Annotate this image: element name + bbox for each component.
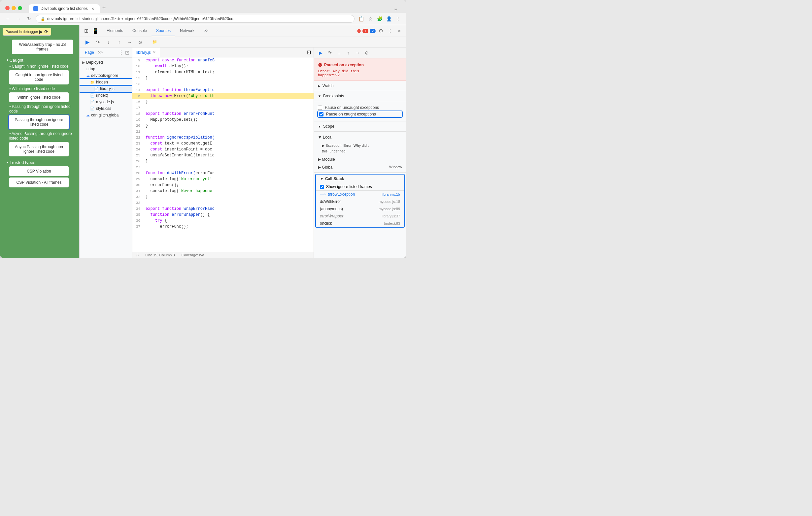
pause-uncaught-checkbox[interactable] bbox=[318, 105, 322, 110]
tab-elements[interactable]: Elements bbox=[102, 26, 128, 36]
csp-violation-all-btn[interactable]: CSP Violation - All frames bbox=[9, 178, 69, 187]
watch-section-toggle[interactable]: ▶ Watch bbox=[314, 81, 406, 91]
callstack-item-1[interactable]: doWithError mycode.js:18 bbox=[316, 198, 404, 205]
local-scope-header[interactable]: ▼ Local bbox=[314, 133, 406, 142]
resume-button[interactable]: ▶ bbox=[84, 38, 91, 46]
error-count: 1 bbox=[362, 29, 368, 33]
global-scope-header[interactable]: ▶ Global bbox=[318, 165, 334, 170]
tab-more[interactable]: >> bbox=[199, 26, 213, 36]
tab-console[interactable]: Console bbox=[128, 26, 151, 36]
code-line-11: 11 element.innerHTML = text; bbox=[133, 69, 314, 75]
back-button[interactable]: ← bbox=[4, 15, 12, 23]
maximize-button[interactable] bbox=[18, 6, 22, 10]
story-btn-1[interactable]: Within ignore listed code bbox=[9, 92, 69, 102]
callstack-item-2[interactable]: (anonymous) mycode.js:89 bbox=[316, 205, 404, 212]
more-tabs-icon[interactable]: >> bbox=[97, 49, 104, 56]
this-scope-item: this: undefined bbox=[322, 149, 402, 154]
tree-item-index[interactable]: 📄 (index) bbox=[80, 92, 132, 99]
bookmark-button[interactable]: 📋 bbox=[357, 15, 365, 23]
window-menu-icon[interactable]: ⌄ bbox=[393, 5, 401, 12]
reload-button[interactable]: ↻ bbox=[25, 15, 33, 23]
tree-item-style-css[interactable]: 📄 style.css bbox=[80, 105, 132, 112]
coverage-status: Coverage: n/a bbox=[181, 253, 204, 257]
scope-section-toggle[interactable]: ▼ Scope bbox=[314, 121, 406, 132]
file-tree-tabs: Page >> ⋮ ⊡ bbox=[80, 48, 132, 58]
cloud-icon: ☁ bbox=[86, 73, 90, 78]
code-line-20: 20 } bbox=[133, 123, 314, 129]
tree-item-mycode-js[interactable]: 📄 mycode.js bbox=[80, 99, 132, 105]
star-button[interactable]: ☆ bbox=[367, 15, 374, 23]
profile-button[interactable]: 👤 bbox=[385, 15, 393, 23]
step-into-right[interactable]: ↓ bbox=[335, 49, 343, 57]
tree-item-devtools-ignore[interactable]: ☁ devtools-ignore bbox=[80, 72, 132, 79]
step-over-right[interactable]: ↷ bbox=[326, 49, 334, 57]
callstack-item-4[interactable]: onclick (index):83 bbox=[316, 220, 404, 227]
devtools-inspect-button[interactable]: ⊞ bbox=[82, 27, 90, 35]
source-navigator-button[interactable]: 📁 bbox=[149, 39, 160, 45]
editor-tab-library-js[interactable]: library.js ✕ bbox=[133, 48, 160, 57]
tree-item-hidden[interactable]: 📁 hidden bbox=[80, 79, 132, 86]
minimize-button[interactable] bbox=[11, 6, 16, 10]
devtools-settings-button[interactable]: ⚙ bbox=[377, 27, 385, 35]
step-right[interactable]: → bbox=[353, 49, 361, 57]
new-tab-button[interactable]: + bbox=[100, 3, 109, 13]
editor-nav-button[interactable]: ⊡ bbox=[304, 49, 314, 55]
csp-violation-btn[interactable]: CSP Violation bbox=[9, 166, 69, 176]
nav-actions: 📋 ☆ 🧩 👤 ⋮ bbox=[357, 15, 402, 23]
sync-button[interactable]: ⊡ bbox=[125, 50, 129, 56]
step-button[interactable]: → bbox=[126, 38, 134, 46]
forward-button[interactable]: → bbox=[14, 15, 23, 23]
extensions-button[interactable]: 🧩 bbox=[376, 15, 383, 23]
breakpoints-section-toggle[interactable]: ▼ Breakpoints bbox=[314, 91, 406, 101]
close-button[interactable] bbox=[5, 6, 9, 10]
step-into-button[interactable]: ↓ bbox=[105, 38, 113, 46]
callstack-file-2: mycode.js:89 bbox=[379, 207, 400, 211]
error-icon: ⊗ bbox=[357, 28, 361, 34]
hidden-folder-icon: 📁 bbox=[90, 80, 95, 85]
code-editor: library.js ✕ ⊡ 9 export async function u… bbox=[133, 48, 314, 258]
tree-item-deployed[interactable]: ▶ Deployed bbox=[80, 59, 132, 66]
code-line-22: 22 function ignoredcspviolation( bbox=[133, 134, 314, 141]
tree-item-top[interactable]: □ top bbox=[80, 66, 132, 72]
right-panel: ▶ ↷ ↓ ↑ → ⊘ ⊗ Paused on exception Error: bbox=[314, 48, 406, 258]
resume-button-right[interactable]: ▶ bbox=[317, 49, 324, 57]
menu-button[interactable]: ⋮ bbox=[394, 15, 402, 23]
callstack-header[interactable]: ▼ Call Stack bbox=[316, 175, 404, 183]
deactivate-right[interactable]: ⊘ bbox=[363, 49, 371, 57]
callstack-section: ▼ Call Stack Show ignore-listed frames ⟹… bbox=[315, 174, 405, 227]
tab-sources[interactable]: Sources bbox=[151, 26, 175, 36]
devtools-device-button[interactable]: 📱 bbox=[91, 27, 99, 35]
tree-item-library-js[interactable]: 📄 library.js bbox=[80, 86, 132, 92]
story-btn-0[interactable]: Caught in non ignore listed code bbox=[9, 70, 69, 85]
devtools-more-button[interactable]: ⋮ bbox=[386, 27, 394, 35]
step-over-button[interactable]: ↷ bbox=[94, 38, 102, 46]
tree-item-cdn[interactable]: ☁ cdn.glitch.globa bbox=[80, 112, 132, 118]
cdn-icon: ☁ bbox=[86, 113, 90, 117]
exception-title: ⊗ Paused on exception bbox=[318, 62, 402, 68]
show-ignored-checkbox[interactable] bbox=[320, 185, 324, 189]
file-tree-menu[interactable]: ⋮ bbox=[118, 50, 124, 56]
page-tab[interactable]: Page bbox=[82, 49, 97, 56]
callstack-item-0[interactable]: ⟹ throwException library.js:15 bbox=[316, 191, 404, 198]
devtools-close-button[interactable]: ✕ bbox=[396, 27, 403, 35]
editor-tab-close[interactable]: ✕ bbox=[153, 50, 156, 55]
story-btn-3[interactable]: Async Passing through non ignore listed … bbox=[9, 142, 69, 156]
code-line-37: 37 errorFunc(); bbox=[133, 224, 314, 230]
callstack-item-3[interactable]: errorWrapper library.js:37 bbox=[316, 212, 404, 220]
caught-header: Caught: bbox=[9, 58, 25, 63]
tab-network[interactable]: Network bbox=[175, 26, 199, 36]
tab-close-button[interactable]: ✕ bbox=[90, 6, 95, 11]
deactivate-breakpoints-button[interactable]: ⊘ bbox=[136, 38, 144, 46]
step-out-right[interactable]: ↑ bbox=[344, 49, 352, 57]
debugger-controls: ▶ ↷ ↓ ↑ → ⊘ bbox=[314, 48, 406, 58]
story-btn-2[interactable]: Passing through non ignore listed code bbox=[9, 115, 69, 129]
pause-caught-checkbox[interactable] bbox=[319, 112, 323, 117]
code-area[interactable]: 9 export async function unsafeS 10 await… bbox=[133, 57, 314, 252]
exception-scope-item: ▶ Exception: Error: Why did t bbox=[322, 143, 402, 149]
step-out-button[interactable]: ↑ bbox=[115, 38, 123, 46]
module-scope-header[interactable]: ▶ Module bbox=[314, 155, 406, 164]
pause-indicator-icon: ⟹ bbox=[320, 192, 325, 196]
active-tab[interactable]: DevTools ignore list stories ✕ bbox=[29, 4, 100, 13]
address-bar[interactable]: 🔒 devtools-ignore-list-stories.glitch.me… bbox=[36, 15, 354, 23]
hidden-label: hidden bbox=[96, 80, 108, 85]
